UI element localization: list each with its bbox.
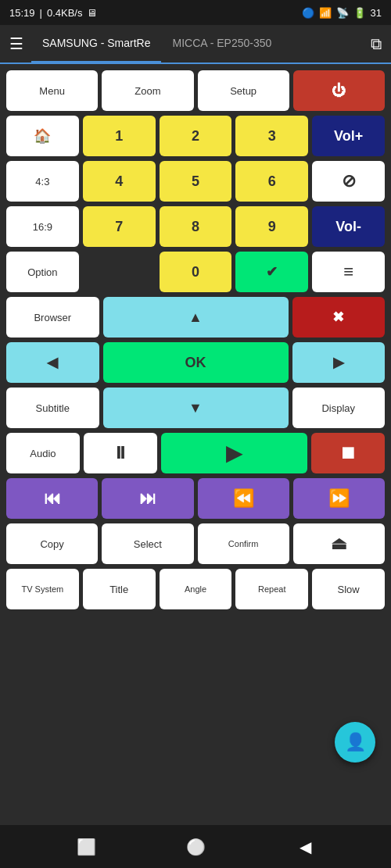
down-button[interactable]: ▼ [103,388,289,428]
wifi-icon: 📡 [336,7,349,19]
copy-button[interactable]: Copy [6,523,98,564]
tab-micca[interactable]: MICCA - EP250-350 [161,24,282,63]
num-2-button[interactable]: 2 [160,116,232,156]
slow-button[interactable]: Slow [312,569,385,609]
fast-forward-button[interactable]: ⏩ [293,478,385,519]
vol-plus-button[interactable]: Vol+ [312,116,385,156]
setup-button[interactable]: Setup [198,70,289,111]
menu-button[interactable]: Menu [6,70,98,111]
num-6-button[interactable]: 6 [235,161,308,202]
audio-button[interactable]: Audio [6,433,80,473]
data-rate: 0.4KB/s [47,7,83,19]
battery-level: 31 [371,7,382,19]
num-8-button[interactable]: 8 [160,206,232,247]
num-7-button[interactable]: 7 [83,206,156,247]
person-icon: 👤 [345,732,366,752]
display-button[interactable]: Display [292,388,386,428]
subtitle-button[interactable]: Subtitle [6,388,99,428]
next-track-button[interactable]: ⏭ [102,478,193,519]
angle-button[interactable]: Angle [160,569,232,609]
repeat-button[interactable]: Repeat [235,569,308,609]
home-button[interactable]: 🏠 [6,116,79,156]
nav-back-icon[interactable]: ◀ [294,836,316,858]
num-4-button[interactable]: 4 [83,161,156,202]
tab-samsung[interactable]: SAMSUNG - SmartRe [31,24,161,63]
list-button[interactable]: ≡ [312,252,385,292]
nav-bar: ☰ SAMSUNG - SmartRe MICCA - EP250-350 ⧉ [0,25,391,64]
aspect-169-button[interactable]: 16:9 [6,206,79,247]
copy-icon[interactable]: ⧉ [371,35,382,53]
hamburger-icon[interactable]: ☰ [9,34,23,53]
up-button[interactable]: ▲ [103,297,289,338]
cancel-button[interactable]: ⊘ [312,161,385,202]
time: 15:19 [9,7,35,19]
prev-track-button[interactable]: ⏮ [6,478,98,519]
num-3-button[interactable]: 3 [235,116,308,156]
browser-button[interactable]: Browser [6,297,99,338]
screen-icon: 🖥 [87,7,97,19]
nav-circle-icon[interactable]: ⚪ [185,836,206,858]
right-button[interactable]: ▶ [292,342,386,383]
close-button[interactable]: ✖ [292,297,386,338]
signal-icon: 📶 [319,7,332,19]
zoom-button[interactable]: Zoom [102,70,193,111]
bottom-nav-bar: ⬜ ⚪ ◀ [0,825,391,868]
select-button[interactable]: Select [102,523,193,564]
aspect-43-button[interactable]: 4:3 [6,161,79,202]
ok-button[interactable]: OK [103,342,289,383]
battery-icon: 🔋 [353,7,366,19]
tv-system-button[interactable]: TV System [6,569,79,609]
num-5-button[interactable]: 5 [160,161,232,202]
nav-square-icon[interactable]: ⬜ [75,836,97,858]
rewind-button[interactable]: ⏪ [198,478,289,519]
eject-button[interactable]: ⏏ [293,523,385,564]
confirm-button[interactable]: Confirm [198,523,289,564]
vol-minus-button[interactable]: Vol- [312,206,385,247]
num-0-button[interactable]: 0 [160,252,232,292]
play-button[interactable]: ▶ [161,433,308,473]
check-button[interactable]: ✔ [235,252,308,292]
left-button[interactable]: ◀ [6,342,99,383]
num-9-button[interactable]: 9 [235,206,308,247]
bluetooth-icon: 🔵 [302,7,314,19]
data-speed: | [40,7,42,19]
status-bar: 15:19 | 0.4KB/s 🖥 🔵 📶 📡 🔋 31 [0,0,391,25]
fab-button[interactable]: 👤 [335,722,375,763]
stop-button[interactable]: ⏹ [311,433,385,473]
num-1-button[interactable]: 1 [83,116,156,156]
pause-button[interactable]: ⏸ [84,433,157,473]
power-button[interactable]: ⏻ [293,70,385,111]
spacer-empty [83,252,156,292]
title-button[interactable]: Title [83,569,156,609]
option-button[interactable]: Option [6,252,79,292]
